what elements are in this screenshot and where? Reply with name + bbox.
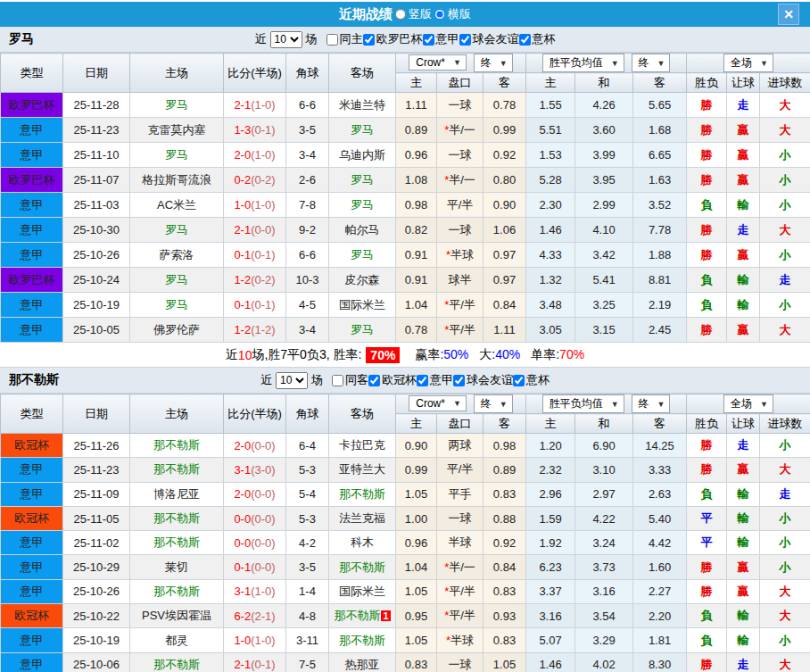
odds-time-dropdown[interactable]: 终▼ <box>474 394 513 413</box>
dropdown-arrow-icon: ▼ <box>500 59 508 68</box>
league-filter-checkbox[interactable] <box>368 375 380 386</box>
recent-results-window: 近期战绩 竖版 横版 ✕ 罗马近10场同主欧罗巴杯意甲球会友谊意杯类型日期主场比… <box>0 0 810 672</box>
league-filter[interactable]: 意杯 <box>519 31 556 47</box>
league-filter[interactable]: 意甲 <box>423 31 459 47</box>
same-venue-checkbox[interactable] <box>326 34 338 46</box>
odds-time-dropdown[interactable]: 终▼ <box>474 54 513 72</box>
league-filter[interactable]: 欧冠杯 <box>368 372 417 388</box>
avg-draw-cell: 4.10 <box>575 218 633 243</box>
recent-count-select[interactable]: 10 <box>276 372 308 389</box>
vertical-radio-input[interactable] <box>395 9 406 20</box>
avg-home-cell: 6.23 <box>526 555 575 579</box>
handicap-text: 半球 <box>450 248 474 261</box>
league-cell: 意甲 <box>1 243 63 268</box>
home-team-name: 罗马 <box>165 273 188 286</box>
match-row: 意甲25-10-19都灵1-0(1-0)3-11那不勒斯1.05*半球0.835… <box>1 628 810 652</box>
close-button[interactable]: ✕ <box>778 4 799 25</box>
outcome-cell: 平 <box>687 506 727 530</box>
scope-dropdown[interactable]: 全场▼ <box>723 394 773 413</box>
league-filter[interactable]: 意甲 <box>417 372 453 388</box>
avg-draw-cell: 3.15 <box>575 318 633 343</box>
odds-home-cell: 1.05 <box>396 482 437 506</box>
score-cell: 1-3(0-1) <box>224 118 286 143</box>
recent-count-select[interactable]: 10 <box>270 31 302 48</box>
league-filter-checkbox[interactable] <box>513 375 525 386</box>
avg-time-dropdown[interactable]: 终▼ <box>632 54 671 72</box>
corners-cell: 6-6 <box>286 93 329 118</box>
date-cell: 25-10-26 <box>63 243 130 268</box>
halftime-score: (1-0) <box>251 198 275 212</box>
league-cell: 意甲 <box>1 531 63 555</box>
same-venue-filter[interactable]: 同客 <box>332 372 368 388</box>
odds-home-cell: 1.04 <box>396 293 437 318</box>
avg-time-dropdown[interactable]: 终▼ <box>632 394 671 413</box>
league-filter-checkbox[interactable] <box>363 34 375 46</box>
odds-source-dropdown[interactable]: Crow*▼ <box>409 54 467 71</box>
dropdown-arrow-icon: ▼ <box>760 59 768 68</box>
avg-home-cell: 2.30 <box>526 193 575 218</box>
scope-dropdown[interactable]: 全场▼ <box>723 54 773 72</box>
away-team-cell: 乌迪内斯 <box>329 143 396 168</box>
date-cell: 25-10-06 <box>63 652 130 672</box>
horizontal-radio-input[interactable] <box>434 9 445 20</box>
summary-text: 10 <box>238 348 252 362</box>
handicap-result-cell: 贏 <box>727 579 760 603</box>
dropdown-arrow-icon: ▼ <box>657 59 665 68</box>
sub-column-header: 主 <box>526 414 575 434</box>
avg-away-cell: 3.52 <box>633 193 687 218</box>
avg-home-cell: 2.96 <box>526 482 575 506</box>
handicap-text: 半/一 <box>449 173 475 187</box>
summary-stat: 单率:70% <box>531 347 584 363</box>
league-cell: 欧冠杯 <box>1 604 63 628</box>
corners-cell: 10-3 <box>286 268 329 293</box>
league-filter[interactable]: 欧罗巴杯 <box>363 31 423 47</box>
same-venue-filter[interactable]: 同主 <box>326 31 363 47</box>
scope-dropdown-label: 全场 <box>731 55 752 71</box>
match-row: 意甲25-11-23那不勒斯3-1(3-0)5-3亚特兰大0.99平/半0.89… <box>1 458 810 482</box>
handicap-result-cell: 走 <box>727 93 760 118</box>
league-filter[interactable]: 意杯 <box>513 372 550 388</box>
home-team-name: 那不勒斯 <box>153 438 200 452</box>
red-card-badge: 1 <box>381 610 390 621</box>
league-filter-checkbox[interactable] <box>417 375 428 386</box>
dropdown-arrow-icon: ▼ <box>657 400 665 409</box>
corners-cell: 9-2 <box>286 218 329 243</box>
handicap-cell: 一球 <box>437 143 484 168</box>
score-cell: 1-2(1-2) <box>224 318 286 343</box>
vertical-radio-label: 竖版 <box>409 6 432 22</box>
away-team-name: 米迪兰特 <box>339 98 385 112</box>
avg-source-dropdown[interactable]: 胜平负均值▼ <box>542 54 624 72</box>
outcome-cell: 負 <box>687 293 727 318</box>
league-filter-checkbox[interactable] <box>453 375 465 386</box>
outcome-cell: 勝 <box>687 218 727 243</box>
league-filter-checkbox[interactable] <box>423 34 434 46</box>
league-filter[interactable]: 球会友谊 <box>453 372 513 388</box>
layout-radio-horizontal[interactable]: 横版 <box>434 6 471 22</box>
score-cell: 2-1(0-1) <box>224 652 286 672</box>
score-cell: 0-1(0-0) <box>224 555 286 579</box>
away-team-cell: 罗马 <box>329 168 396 193</box>
fulltime-score: 2-1 <box>234 223 251 236</box>
same-venue-label: 同客 <box>345 372 368 388</box>
avg-away-cell: 2.19 <box>633 293 687 318</box>
corners-cell: 5-3 <box>286 458 329 482</box>
corners-cell: 3-4 <box>286 318 329 343</box>
odds-source-dropdown[interactable]: Crow*▼ <box>409 395 467 411</box>
avg-source-dropdown[interactable]: 胜平负均值▼ <box>542 394 624 413</box>
home-team-name: 那不勒斯 <box>153 535 200 549</box>
dropdown-arrow-icon: ▼ <box>453 399 461 408</box>
score-cell: 2-0(1-0) <box>224 143 286 168</box>
league-filter-checkbox[interactable] <box>459 34 471 46</box>
league-cell: 意甲 <box>1 579 63 603</box>
column-header: 主场 <box>130 394 224 434</box>
league-cell: 欧罗巴杯 <box>1 93 63 118</box>
league-filter-checkbox[interactable] <box>519 34 531 46</box>
away-team-cell: 科木 <box>329 531 396 555</box>
layout-radio-vertical[interactable]: 竖版 <box>395 6 432 22</box>
away-team-name: 罗马 <box>351 123 374 137</box>
home-team-name: 克雷莫内塞 <box>148 123 206 137</box>
home-team-cell: 罗马 <box>130 93 224 118</box>
dialog-title: 近期战绩 <box>339 6 393 23</box>
league-filter[interactable]: 球会友谊 <box>459 31 519 47</box>
same-venue-checkbox[interactable] <box>332 375 343 386</box>
